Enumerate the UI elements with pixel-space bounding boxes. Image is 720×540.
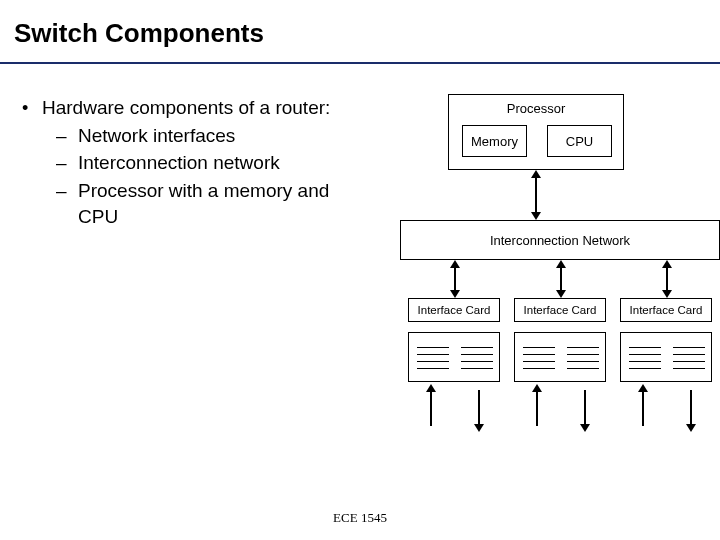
queue-box <box>620 332 712 382</box>
bullet-dot-icon <box>22 95 42 121</box>
queue-box <box>514 332 606 382</box>
double-arrow-icon <box>535 176 537 214</box>
queue-lines-icon <box>523 341 555 375</box>
processor-label: Processor <box>449 101 623 116</box>
bullet-sub-text: Interconnection network <box>78 150 280 176</box>
memory-box: Memory <box>462 125 527 157</box>
double-arrow-icon <box>560 266 562 292</box>
bullet-sub: Interconnection network <box>22 150 362 176</box>
processor-box: Processor Memory CPU <box>448 94 624 170</box>
down-arrow-icon <box>584 390 586 426</box>
bullet-sub: Network interfaces <box>22 123 362 149</box>
queue-lines-icon <box>461 341 493 375</box>
bullet-dash-icon <box>56 178 78 229</box>
interface-card-box: Interface Card <box>620 298 712 322</box>
up-arrow-icon <box>430 390 432 426</box>
cpu-box: CPU <box>547 125 612 157</box>
slide-footer: ECE 1545 <box>0 510 720 526</box>
slide-title: Switch Components <box>14 18 264 49</box>
bullet-sub: Processor with a memory and CPU <box>22 178 362 229</box>
queue-lines-icon <box>417 341 449 375</box>
bullet-main: Hardware components of a router: <box>22 95 362 121</box>
up-arrow-icon <box>642 390 644 426</box>
bullet-dash-icon <box>56 123 78 149</box>
queue-lines-icon <box>673 341 705 375</box>
queue-lines-icon <box>629 341 661 375</box>
interface-card-box: Interface Card <box>514 298 606 322</box>
title-underline <box>0 62 720 64</box>
interconnection-box: Interconnection Network <box>400 220 720 260</box>
content-area: Hardware components of a router: Network… <box>22 95 362 229</box>
interface-card-box: Interface Card <box>408 298 500 322</box>
down-arrow-icon <box>478 390 480 426</box>
bullet-sub-text: Processor with a memory and CPU <box>78 178 362 229</box>
bullet-sub-text: Network interfaces <box>78 123 235 149</box>
queue-box <box>408 332 500 382</box>
slide: Switch Components Hardware components of… <box>0 0 720 540</box>
queue-lines-icon <box>567 341 599 375</box>
diagram: Processor Memory CPU Interconnection Net… <box>400 90 720 460</box>
down-arrow-icon <box>690 390 692 426</box>
double-arrow-icon <box>666 266 668 292</box>
double-arrow-icon <box>454 266 456 292</box>
up-arrow-icon <box>536 390 538 426</box>
bullet-dash-icon <box>56 150 78 176</box>
bullet-main-text: Hardware components of a router: <box>42 95 330 121</box>
